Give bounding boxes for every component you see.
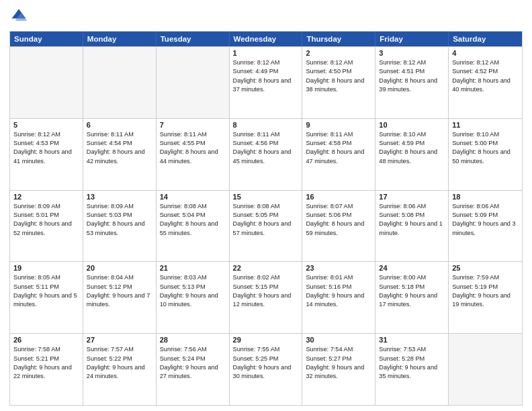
- sunset-text: Sunset: 5:09 PM: [452, 211, 519, 220]
- sunset-text: Sunset: 5:21 PM: [13, 355, 79, 363]
- header-day-saturday: Saturday: [449, 32, 522, 46]
- daylight-text: Daylight: 8 hours and 38 minutes.: [306, 77, 371, 95]
- sunrise-text: Sunrise: 8:12 AM: [452, 58, 519, 67]
- sunrise-text: Sunrise: 8:06 AM: [452, 202, 519, 211]
- calendar-cell: 7Sunrise: 8:11 AMSunset: 4:55 PMDaylight…: [157, 119, 230, 190]
- day-number: 21: [160, 264, 226, 272]
- header-day-monday: Monday: [83, 32, 157, 46]
- day-number: 26: [13, 336, 79, 344]
- day-number: 4: [452, 49, 519, 57]
- calendar-cell: 27Sunrise: 7:57 AMSunset: 5:22 PMDayligh…: [83, 334, 157, 405]
- daylight-text: Daylight: 8 hours and 39 minutes.: [379, 77, 445, 95]
- header-day-wednesday: Wednesday: [230, 32, 303, 46]
- day-number: 22: [233, 264, 299, 272]
- sunset-text: Sunset: 5:18 PM: [379, 283, 445, 291]
- sunset-text: Sunset: 5:27 PM: [306, 355, 371, 363]
- daylight-text: Daylight: 8 hours and 48 minutes.: [379, 148, 445, 166]
- daylight-text: Daylight: 8 hours and 45 minutes.: [233, 148, 299, 166]
- calendar-header: SundayMondayTuesdayWednesdayThursdayFrid…: [10, 32, 522, 46]
- header-day-thursday: Thursday: [302, 32, 375, 46]
- sunrise-text: Sunrise: 8:11 AM: [160, 130, 226, 139]
- sunset-text: Sunset: 5:12 PM: [87, 283, 152, 291]
- sunrise-text: Sunrise: 8:09 AM: [13, 202, 79, 211]
- sunrise-text: Sunrise: 8:08 AM: [160, 202, 226, 211]
- day-number: 15: [233, 193, 299, 201]
- calendar-cell: 3Sunrise: 8:12 AMSunset: 4:51 PMDaylight…: [375, 47, 449, 118]
- sunset-text: Sunset: 5:03 PM: [87, 211, 152, 220]
- sunset-text: Sunset: 5:28 PM: [379, 355, 445, 363]
- day-number: 16: [306, 193, 371, 201]
- daylight-text: Daylight: 9 hours and 3 minutes.: [452, 220, 519, 238]
- calendar-cell: 21Sunrise: 8:03 AMSunset: 5:13 PMDayligh…: [157, 262, 230, 333]
- day-number: 31: [379, 336, 445, 344]
- day-number: 14: [160, 193, 226, 201]
- sunset-text: Sunset: 5:15 PM: [233, 283, 299, 291]
- calendar-cell: [157, 47, 230, 118]
- sunrise-text: Sunrise: 8:01 AM: [306, 273, 371, 282]
- day-number: 8: [233, 121, 299, 129]
- daylight-text: Daylight: 8 hours and 42 minutes.: [87, 148, 152, 166]
- calendar-cell: [83, 47, 157, 118]
- sunrise-text: Sunrise: 8:04 AM: [87, 273, 152, 282]
- calendar-row-5: 26Sunrise: 7:58 AMSunset: 5:21 PMDayligh…: [10, 333, 522, 405]
- sunset-text: Sunset: 5:08 PM: [379, 211, 445, 220]
- sunrise-text: Sunrise: 8:05 AM: [13, 273, 79, 282]
- sunrise-text: Sunrise: 7:54 AM: [306, 345, 371, 354]
- calendar-cell: 22Sunrise: 8:02 AMSunset: 5:15 PMDayligh…: [230, 262, 303, 333]
- sunrise-text: Sunrise: 8:03 AM: [160, 273, 226, 282]
- calendar-row-1: 1Sunrise: 8:12 AMSunset: 4:49 PMDaylight…: [10, 46, 522, 118]
- daylight-text: Daylight: 8 hours and 44 minutes.: [160, 148, 226, 166]
- day-number: 1: [233, 49, 299, 57]
- day-number: 7: [160, 121, 226, 129]
- sunrise-text: Sunrise: 7:58 AM: [13, 345, 79, 354]
- sunrise-text: Sunrise: 8:00 AM: [379, 273, 445, 282]
- sunset-text: Sunset: 5:25 PM: [233, 355, 299, 363]
- calendar-cell: 17Sunrise: 8:06 AMSunset: 5:08 PMDayligh…: [375, 191, 449, 262]
- sunrise-text: Sunrise: 8:09 AM: [87, 202, 152, 211]
- daylight-text: Daylight: 8 hours and 41 minutes.: [13, 148, 79, 166]
- sunrise-text: Sunrise: 8:10 AM: [452, 130, 519, 139]
- calendar-body: 1Sunrise: 8:12 AMSunset: 4:49 PMDaylight…: [10, 46, 522, 405]
- daylight-text: Daylight: 8 hours and 53 minutes.: [87, 220, 152, 238]
- sunset-text: Sunset: 4:56 PM: [233, 139, 299, 148]
- daylight-text: Daylight: 9 hours and 27 minutes.: [160, 363, 226, 381]
- day-number: 30: [306, 336, 371, 344]
- daylight-text: Daylight: 8 hours and 59 minutes.: [306, 220, 371, 238]
- calendar-cell: [449, 334, 522, 405]
- daylight-text: Daylight: 9 hours and 10 minutes.: [160, 291, 226, 310]
- calendar-cell: 20Sunrise: 8:04 AMSunset: 5:12 PMDayligh…: [83, 262, 157, 333]
- calendar-cell: 14Sunrise: 8:08 AMSunset: 5:04 PMDayligh…: [157, 191, 230, 262]
- calendar-cell: 25Sunrise: 7:59 AMSunset: 5:19 PMDayligh…: [449, 262, 522, 333]
- sunset-text: Sunset: 4:50 PM: [306, 67, 371, 76]
- calendar-cell: 11Sunrise: 8:10 AMSunset: 5:00 PMDayligh…: [449, 119, 522, 190]
- sunrise-text: Sunrise: 8:02 AM: [233, 273, 299, 282]
- calendar-cell: 26Sunrise: 7:58 AMSunset: 5:21 PMDayligh…: [10, 334, 83, 405]
- sunrise-text: Sunrise: 7:53 AM: [379, 345, 445, 354]
- calendar-cell: 12Sunrise: 8:09 AMSunset: 5:01 PMDayligh…: [10, 191, 83, 262]
- day-number: 12: [13, 193, 79, 201]
- daylight-text: Daylight: 8 hours and 40 minutes.: [452, 77, 519, 95]
- calendar-cell: 8Sunrise: 8:11 AMSunset: 4:56 PMDaylight…: [230, 119, 303, 190]
- calendar-cell: 18Sunrise: 8:06 AMSunset: 5:09 PMDayligh…: [449, 191, 522, 262]
- sunset-text: Sunset: 5:24 PM: [160, 355, 226, 363]
- calendar-cell: 4Sunrise: 8:12 AMSunset: 4:52 PMDaylight…: [449, 47, 522, 118]
- sunset-text: Sunset: 5:16 PM: [306, 283, 371, 291]
- daylight-text: Daylight: 9 hours and 17 minutes.: [379, 291, 445, 310]
- day-number: 24: [379, 264, 445, 272]
- daylight-text: Daylight: 9 hours and 1 minute.: [379, 220, 445, 238]
- day-number: 25: [452, 264, 519, 272]
- sunset-text: Sunset: 4:59 PM: [379, 139, 445, 148]
- calendar-cell: 31Sunrise: 7:53 AMSunset: 5:28 PMDayligh…: [375, 334, 449, 405]
- day-number: 2: [306, 49, 371, 57]
- daylight-text: Daylight: 8 hours and 55 minutes.: [160, 220, 226, 238]
- sunrise-text: Sunrise: 7:56 AM: [160, 345, 226, 354]
- sunrise-text: Sunrise: 8:12 AM: [379, 58, 445, 67]
- daylight-text: Daylight: 8 hours and 57 minutes.: [233, 220, 299, 238]
- calendar-row-2: 5Sunrise: 8:12 AMSunset: 4:53 PMDaylight…: [10, 118, 522, 190]
- sunrise-text: Sunrise: 8:11 AM: [233, 130, 299, 139]
- calendar-cell: 24Sunrise: 8:00 AMSunset: 5:18 PMDayligh…: [375, 262, 449, 333]
- calendar-cell: 19Sunrise: 8:05 AMSunset: 5:11 PMDayligh…: [10, 262, 83, 333]
- page: SundayMondayTuesdayWednesdayThursdayFrid…: [0, 0, 532, 411]
- sunset-text: Sunset: 5:01 PM: [13, 211, 79, 220]
- daylight-text: Daylight: 9 hours and 30 minutes.: [233, 363, 299, 381]
